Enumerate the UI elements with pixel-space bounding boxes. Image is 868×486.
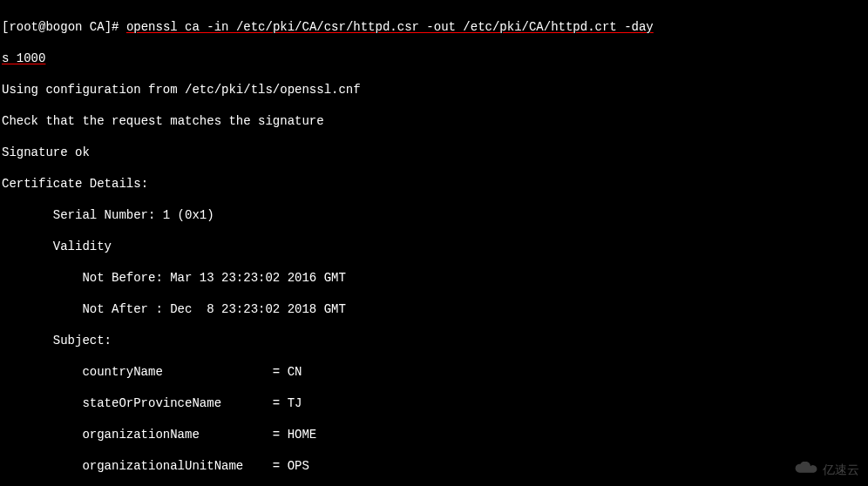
subject-country-label: countryName bbox=[82, 364, 272, 380]
watermark-text: 亿速云 bbox=[823, 462, 859, 477]
output-line: Check that the request matches the signa… bbox=[2, 113, 866, 129]
not-before: Not Before: Mar 13 23:23:02 2016 GMT bbox=[82, 271, 345, 285]
prompt-cwd: CA bbox=[90, 20, 105, 34]
watermark: 亿速云 bbox=[793, 462, 859, 477]
output-line: Not Before: Mar 13 23:23:02 2016 GMT bbox=[2, 270, 866, 286]
subject-ou-label: organizationalUnitName bbox=[82, 458, 272, 474]
terminal-output[interactable]: [root@bogon CA]# openssl ca -in /etc/pki… bbox=[0, 0, 868, 486]
prompt-line[interactable]: [root@bogon CA]# openssl ca -in /etc/pki… bbox=[2, 19, 866, 35]
subject-ou-value: = OPS bbox=[273, 459, 309, 473]
subject-state-label: stateOrProvinceName bbox=[82, 395, 272, 411]
not-after: Not After : Dec 8 23:23:02 2018 GMT bbox=[82, 302, 345, 316]
prompt-symbol: # bbox=[112, 20, 119, 34]
command-text-2[interactable]: s 1000 bbox=[2, 51, 45, 65]
subject-row: stateOrProvinceName= TJ bbox=[2, 395, 866, 411]
output-line: Signature ok bbox=[2, 145, 866, 160]
subject-org-label: organizationName bbox=[82, 427, 272, 442]
command-text-1[interactable]: openssl ca -in /etc/pki/CA/csr/httpd.csr… bbox=[126, 20, 654, 34]
subject-row: organizationalUnitName= OPS bbox=[2, 458, 866, 474]
subject-state-value: = TJ bbox=[273, 396, 302, 410]
subject-org-value: = HOME bbox=[273, 428, 316, 442]
subject-row: organizationName= HOME bbox=[2, 427, 866, 442]
cloud-icon bbox=[793, 462, 819, 477]
output-line: Using configuration from /etc/pki/tls/op… bbox=[2, 82, 866, 98]
serial-number: Serial Number: 1 (0x1) bbox=[53, 208, 214, 222]
output-line: Serial Number: 1 (0x1) bbox=[2, 207, 866, 223]
output-line: Certificate Details: bbox=[2, 176, 866, 192]
subject-country-value: = CN bbox=[273, 365, 302, 379]
output-line: Validity bbox=[2, 239, 866, 254]
output-line: Subject: bbox=[2, 333, 866, 348]
subject-label: Subject: bbox=[53, 334, 112, 348]
output-line: Not After : Dec 8 23:23:02 2018 GMT bbox=[2, 301, 866, 317]
prompt-host: bogon bbox=[45, 20, 82, 34]
subject-row: countryName= CN bbox=[2, 364, 866, 380]
prompt-user: root bbox=[9, 20, 38, 34]
command-wrap[interactable]: s 1000 bbox=[2, 51, 866, 66]
validity-label: Validity bbox=[53, 240, 112, 253]
